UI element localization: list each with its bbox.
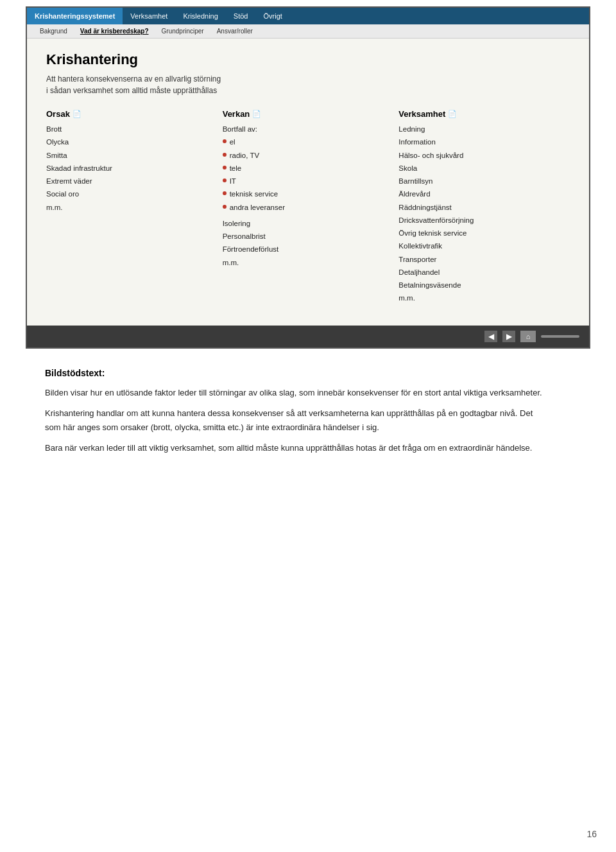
verkan-teknisk: teknisk service — [223, 189, 389, 200]
orsak-item-social: Social oro — [46, 189, 212, 200]
verkan-tele: tele — [223, 163, 389, 174]
verk-ledning: Ledning — [398, 124, 565, 135]
verkan-personalbrist: Personalbrist — [223, 231, 389, 242]
text-section-body: Bilden visar hur en utlösande faktor led… — [45, 386, 545, 455]
verkan-icon: 📄 — [252, 110, 261, 118]
orsak-item-extremt: Extremt väder — [46, 176, 212, 187]
verksamhet-icon: 📄 — [448, 110, 457, 118]
verk-barntillsyn: Barntillsyn — [398, 176, 565, 187]
next-arrow-button[interactable]: ▶ — [502, 331, 515, 342]
orsak-item-mm: m.m. — [46, 202, 212, 213]
verkan-it: IT — [223, 176, 389, 187]
verkan-andra: andra leveranser — [223, 202, 389, 213]
verk-dricks: Dricksvattenförsörjning — [398, 215, 565, 226]
verk-information: Information — [398, 137, 565, 148]
nav-bar: Krishanteringssystemet Verksamhet Krisle… — [27, 8, 589, 24]
column-verkan: Verkan 📄 Bortfall av: el radio, TV t — [218, 109, 394, 306]
verk-ovrig: Övrig teknisk service — [398, 228, 565, 239]
col-header-verkan: Verkan 📄 — [223, 109, 389, 119]
orsak-item-smitta: Smitta — [46, 150, 212, 161]
subnav-item-krisberedskap[interactable]: Vad är krisberedskap? — [74, 28, 155, 35]
bullet-dot — [223, 166, 227, 170]
orsak-item-olycka: Olycka — [46, 137, 212, 148]
subnav-item-bakgrund[interactable]: Bakgrund — [33, 28, 74, 35]
verkan-el: el — [223, 137, 389, 148]
nav-item-krisledning[interactable]: Krisledning — [175, 8, 225, 24]
nav-item-krishanteringssystemet[interactable]: Krishanteringssystemet — [27, 8, 123, 24]
slide-content: Krishantering Att hantera konsekvenserna… — [27, 39, 589, 326]
verkan-mm: m.m. — [223, 257, 389, 268]
subnav-item-grundprinciper[interactable]: Grundprinciper — [155, 28, 210, 35]
sub-nav: Bakgrund Vad är krisberedskap? Grundprin… — [27, 24, 589, 39]
bullet-dot — [223, 139, 227, 143]
verk-skola: Skola — [398, 163, 565, 174]
page-number: 16 — [586, 829, 597, 839]
text-paragraph-1: Bilden visar hur en utlösande faktor led… — [45, 386, 545, 400]
verkan-fortroende: Förtroendeförlust — [223, 244, 389, 255]
nav-item-stod[interactable]: Stöd — [226, 8, 256, 24]
verk-raddning: Räddningstjänst — [398, 202, 565, 213]
verk-mm: m.m. — [398, 293, 565, 304]
column-verksamhet: Verksamhet 📄 Ledning Information Hälso- … — [393, 109, 570, 306]
bullet-dot — [223, 205, 227, 209]
verk-detaljhandel: Detaljhandel — [398, 267, 565, 278]
bullet-dot — [223, 191, 227, 195]
orsak-item-brott: Brott — [46, 124, 212, 135]
home-button[interactable]: ⌂ — [520, 331, 536, 342]
nav-item-ovrigt[interactable]: Övrigt — [255, 8, 289, 24]
slide-title: Krishantering — [46, 51, 570, 68]
column-orsak: Orsak 📄 Brott Olycka Smitta Skadad infra… — [46, 109, 218, 306]
columns-row: Orsak 📄 Brott Olycka Smitta Skadad infra… — [46, 109, 570, 306]
bullet-dot — [223, 178, 227, 182]
verk-betalning: Betalningsväsende — [398, 280, 565, 291]
text-paragraph-3: Bara när verkan leder till att viktig ve… — [45, 441, 545, 455]
subnav-item-ansvar[interactable]: Ansvar/roller — [210, 28, 259, 35]
verkan-radio: radio, TV — [223, 150, 389, 161]
bullet-dot — [223, 153, 227, 157]
orsak-icon: 📄 — [73, 110, 81, 118]
slide-bottom-bar: ◀ ▶ ⌂ — [27, 326, 589, 347]
col-header-verksamhet: Verksamhet 📄 — [398, 109, 565, 119]
presentation-wrapper: Krishanteringssystemet Verksamhet Krisle… — [0, 0, 616, 487]
text-section: Bildstödstext: Bilden visar hur en utlös… — [19, 349, 571, 474]
verk-transporter: Transporter — [398, 254, 565, 265]
nav-item-verksamhet[interactable]: Verksamhet — [123, 8, 175, 24]
verkan-isolering: Isolering — [223, 218, 389, 229]
orsak-item-skadad: Skadad infrastruktur — [46, 163, 212, 174]
prev-arrow-button[interactable]: ◀ — [484, 331, 497, 342]
verkan-bortfall-label: Bortfall av: — [223, 124, 389, 135]
progress-bar — [541, 335, 579, 338]
verk-halso: Hälso- och sjukvård — [398, 150, 565, 161]
col-header-orsak: Orsak 📄 — [46, 109, 212, 119]
text-section-title: Bildstödstext: — [45, 368, 545, 378]
text-paragraph-2: Krishantering handlar om att kunna hante… — [45, 406, 545, 435]
slide-container: Krishanteringssystemet Verksamhet Krisle… — [26, 6, 590, 349]
verk-kollektiv: Kollektivtrafik — [398, 241, 565, 252]
verk-aldrevard: Äldrevård — [398, 189, 565, 200]
slide-subtitle: Att hantera konsekvenserna av en allvarl… — [46, 73, 570, 96]
